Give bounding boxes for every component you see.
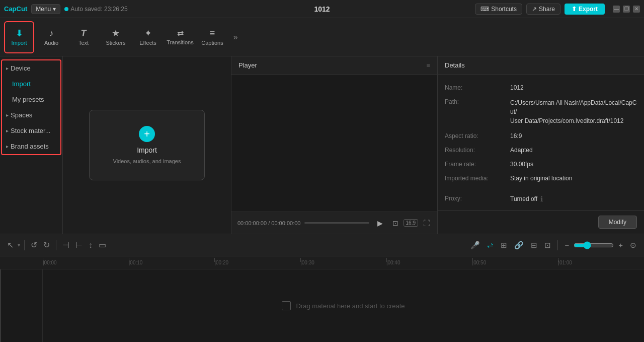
- zoom-in-button[interactable]: +: [616, 239, 625, 251]
- tool-text[interactable]: T Text: [68, 21, 99, 53]
- grid-button[interactable]: ⊞: [498, 239, 510, 251]
- link-button[interactable]: 🔗: [512, 239, 526, 251]
- sidebar-section-stock[interactable]: ▸ Stock mater...: [2, 123, 60, 139]
- split-left-button[interactable]: ⊣: [60, 238, 71, 252]
- sidebar-section-spaces[interactable]: ▸ Spaces: [2, 107, 60, 123]
- ruler-mark-5: |00:50: [472, 260, 558, 265]
- export-button[interactable]: ⬆ Export: [565, 4, 605, 15]
- import-icon: ⬇: [16, 29, 23, 38]
- sidebar-item-import[interactable]: Import: [2, 76, 60, 92]
- details-footer: Modify: [438, 210, 644, 234]
- select-dropdown-icon: ▾: [18, 242, 20, 248]
- undo-button[interactable]: ↺: [29, 238, 39, 252]
- detail-row-name: Name: 1012: [438, 81, 644, 95]
- import-box[interactable]: + Import Videos, audios, and images: [89, 110, 205, 180]
- sidebar-import-label: Import: [12, 80, 31, 88]
- player-progress-bar[interactable]: [304, 222, 369, 224]
- detail-label-proxy: Proxy:: [445, 195, 510, 202]
- sidebar-item-my-presets[interactable]: My presets: [2, 92, 60, 107]
- chevron-down-icon: ▸: [6, 65, 9, 71]
- ruler-marks: |00:00 |00:10 |00:20 |00:30 |00:40 |00:5…: [43, 260, 644, 265]
- tool-captions[interactable]: ≡ Captions: [197, 21, 227, 53]
- detail-row-proxy: Proxy: Turned off ℹ: [438, 191, 644, 207]
- sidebar-stock-label: Stock mater...: [11, 127, 50, 134]
- redo-button[interactable]: ↻: [41, 238, 52, 252]
- split-right-button[interactable]: ⊢: [73, 238, 85, 252]
- menu-button[interactable]: Menu ▾: [31, 4, 60, 14]
- split-mid-button[interactable]: ↕: [87, 239, 95, 252]
- tool-stickers[interactable]: ★ Stickers: [101, 21, 131, 53]
- timeline: ↖ ▾ ↺ ↻ ⊣ ⊢ ↕ ▭ 🎤 ⇌ ⊞ 🔗 ⊟ ⊡ − + ⊙ |00:00…: [0, 234, 644, 342]
- sidebar-highlight: ▸ Device Import My presets ▸ Spaces: [1, 59, 61, 155]
- timeline-empty-state: Drag material here and start to create: [43, 269, 644, 342]
- sidebar-section-device[interactable]: ▸ Device: [2, 60, 60, 76]
- player-title: Player: [238, 61, 257, 69]
- zoom-out-button[interactable]: −: [562, 239, 572, 251]
- fit-button[interactable]: ⊙: [627, 239, 639, 251]
- tool-effects[interactable]: ✦ Effects: [133, 21, 163, 53]
- sidebar: ▸ Device Import My presets ▸ Spaces: [0, 56, 63, 234]
- chevron-right-icon: ▸: [6, 112, 9, 118]
- tool-import[interactable]: ⬇ Import: [4, 21, 34, 53]
- app-logo: CapCut: [4, 5, 27, 13]
- shortcuts-button[interactable]: ⌨ Shortcuts: [475, 4, 522, 15]
- tl-divider-1: [24, 240, 25, 250]
- timeline-ruler: |00:00 |00:10 |00:20 |00:30 |00:40 |00:5…: [0, 256, 644, 269]
- main-area: ▸ Device Import My presets ▸ Spaces: [0, 56, 644, 234]
- detail-value-path: C:/Users/Usman Ali Nasir/AppData/Local/C…: [510, 98, 637, 125]
- detail-value-aspect: 16:9: [510, 132, 637, 140]
- fullscreen-button[interactable]: ⛶: [422, 218, 431, 228]
- sidebar-spaces-label: Spaces: [11, 111, 32, 119]
- ruler-mark-4: |00:40: [386, 260, 472, 265]
- detail-row-framerate: Frame rate: 30.00fps: [438, 157, 644, 171]
- sidebar-device-label: Device: [11, 64, 31, 72]
- align-button[interactable]: ⊟: [528, 239, 540, 251]
- window-controls: — ❐ ✕: [613, 6, 640, 13]
- timeline-content: Drag material here and start to create: [0, 269, 644, 342]
- effects-icon: ✦: [144, 29, 152, 38]
- share-button[interactable]: ↗ Share: [526, 4, 560, 15]
- tool-transitions-label: Transitions: [167, 39, 193, 45]
- tool-effects-label: Effects: [139, 40, 156, 46]
- mic-button[interactable]: 🎤: [468, 239, 482, 251]
- modify-button[interactable]: Modify: [598, 216, 637, 229]
- sidebar-section-brand[interactable]: ▸ Brand assets: [2, 139, 60, 154]
- snap-button[interactable]: ⇌: [485, 239, 496, 251]
- sidebar-brand-label: Brand assets: [11, 143, 49, 150]
- import-label: Import: [137, 146, 157, 154]
- detail-label-path: Path:: [445, 98, 510, 105]
- autosave-status: Auto saved: 23:26:25: [64, 6, 127, 13]
- toolbar-more[interactable]: »: [229, 21, 242, 53]
- detail-row-path: Path: C:/Users/Usman Ali Nasir/AppData/L…: [438, 95, 644, 129]
- proxy-info-icon[interactable]: ℹ: [540, 195, 543, 203]
- select-tool-button[interactable]: ↖: [5, 238, 16, 252]
- player-menu-icon[interactable]: ≡: [426, 61, 430, 69]
- maximize-button[interactable]: ❐: [623, 6, 630, 13]
- zoom-slider[interactable]: [574, 241, 614, 249]
- detail-label-resolution: Resolution:: [445, 147, 510, 154]
- chevron-right-stock-icon: ▸: [6, 128, 9, 133]
- detail-value-name: 1012: [510, 84, 637, 91]
- player-body: [231, 75, 437, 212]
- screenshot-button[interactable]: ⊡: [391, 218, 399, 228]
- media-area: + Import Videos, audios, and images: [63, 56, 231, 234]
- play-button[interactable]: ▶: [373, 216, 387, 230]
- tl-divider-3: [557, 240, 558, 250]
- timeline-right-tools: 🎤 ⇌ ⊞ 🔗 ⊟ ⊡ − + ⊙: [468, 239, 639, 251]
- minimize-button[interactable]: —: [613, 6, 620, 13]
- detail-row-arrange: Arrange layers Turned on ℹ: [438, 207, 644, 210]
- preview-button[interactable]: ⊡: [542, 239, 553, 251]
- delete-button[interactable]: ▭: [97, 238, 108, 252]
- details-panel: Details Name: 1012 Path: C:/Users/Usman …: [438, 56, 644, 234]
- detail-label-aspect: Aspect ratio:: [445, 132, 510, 140]
- tool-transitions[interactable]: ⇄ Transitions: [165, 21, 195, 53]
- tool-audio[interactable]: ♪ Audio: [36, 21, 66, 53]
- stickers-icon: ★: [112, 29, 120, 38]
- top-bar: CapCut Menu ▾ Auto saved: 23:26:25 1012 …: [0, 0, 644, 18]
- player-controls: 00:00:00:00 / 00:00:00:00 ▶ ⊡ 16:9 ⛶: [231, 212, 437, 234]
- timeline-empty-label: Drag material here and start to create: [296, 302, 405, 310]
- tool-import-label: Import: [11, 40, 27, 46]
- close-button[interactable]: ✕: [633, 6, 640, 13]
- text-icon: T: [81, 29, 87, 38]
- detail-value-imported: Stay in original location: [510, 175, 637, 182]
